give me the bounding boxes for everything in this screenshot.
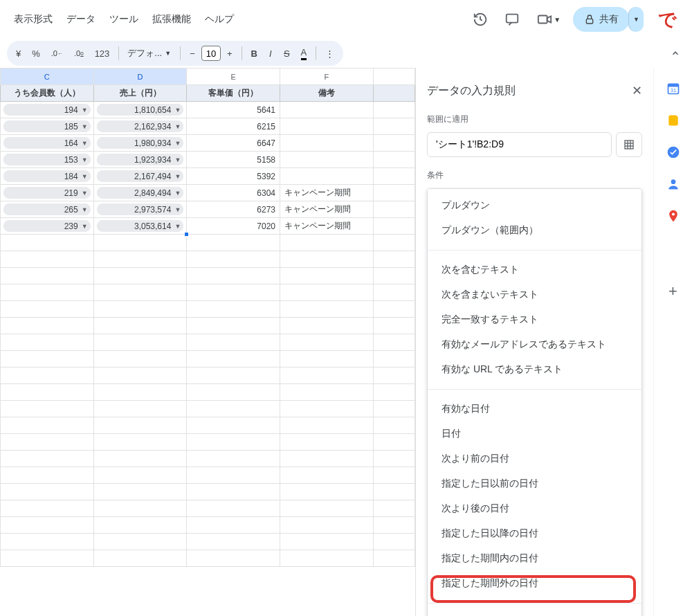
empty-row[interactable] xyxy=(1,251,415,268)
empty-row[interactable] xyxy=(1,417,415,434)
sales-cell[interactable]: 1,923,934▼ xyxy=(93,152,187,168)
data-row[interactable]: 164▼ 1,980,934▼ 6647 xyxy=(1,135,415,152)
number-format[interactable]: 123 xyxy=(90,46,115,62)
empty-row[interactable] xyxy=(1,550,415,567)
data-row[interactable]: 219▼ 2,849,494▼ 6304 キャンペーン期間 xyxy=(1,185,415,201)
note-cell[interactable]: キャンペーン期間 xyxy=(280,201,374,218)
unit-cell[interactable]: 6304 xyxy=(187,185,280,201)
note-cell[interactable] xyxy=(280,102,374,118)
empty-row[interactable] xyxy=(1,517,415,534)
unit-cell[interactable]: 5641 xyxy=(187,102,280,118)
empty-row[interactable] xyxy=(1,467,415,484)
criteria-option[interactable]: 完全一致するテキスト xyxy=(428,307,641,332)
menu-data[interactable]: データ xyxy=(61,9,101,30)
data-row[interactable]: 265▼ 2,973,574▼ 6273 キャンペーン期間 xyxy=(1,201,415,218)
data-row[interactable]: 185▼ 2,162,934▼ 6215 xyxy=(1,118,415,135)
unit-cell[interactable]: 6647 xyxy=(187,135,280,152)
sales-cell[interactable]: 2,973,574▼ xyxy=(93,201,187,218)
criteria-option[interactable]: 次より前の日付 xyxy=(428,446,641,471)
note-cell[interactable] xyxy=(280,168,374,185)
maps-addon-icon[interactable] xyxy=(666,209,680,223)
sales-cell[interactable]: 1,980,934▼ xyxy=(93,135,187,152)
empty-row[interactable] xyxy=(1,451,415,467)
empty-row[interactable] xyxy=(1,434,415,451)
share-caret[interactable]: ▼ xyxy=(628,7,644,32)
sales-cell[interactable]: 2,167,494▼ xyxy=(93,168,187,185)
criteria-option[interactable]: 有効な日付 xyxy=(428,397,641,422)
strike-button[interactable]: S xyxy=(279,46,295,62)
criteria-option[interactable]: プルダウン xyxy=(428,193,641,218)
increase-decimal[interactable]: .00 xyxy=(69,46,89,60)
percent-format[interactable]: % xyxy=(27,46,45,62)
history-icon[interactable] xyxy=(468,7,493,32)
empty-row[interactable] xyxy=(1,318,415,334)
empty-row[interactable] xyxy=(1,301,415,318)
col-d[interactable]: D xyxy=(93,69,187,85)
share-button[interactable]: 共有 xyxy=(573,7,630,32)
empty-row[interactable] xyxy=(1,401,415,417)
criteria-option[interactable]: 次を含まないテキスト xyxy=(428,282,641,307)
criteria-option[interactable]: プルダウン（範囲内） xyxy=(428,218,641,243)
col-f[interactable]: F xyxy=(280,69,374,85)
close-panel-button[interactable]: ✕ xyxy=(632,83,642,98)
select-range-button[interactable] xyxy=(616,132,642,157)
meet-button[interactable]: ▼ xyxy=(531,8,566,31)
italic-button[interactable]: I xyxy=(264,46,277,62)
criteria-option[interactable]: 指定した期間外の日付 xyxy=(428,571,641,596)
criteria-option[interactable]: 有効な URL であるテキスト xyxy=(428,357,641,382)
criteria-option[interactable]: 次より大きい xyxy=(428,610,641,616)
empty-row[interactable] xyxy=(1,368,415,384)
criteria-dropdown[interactable]: プルダウンプルダウン（範囲内） 次を含むテキスト次を含まないテキスト完全一致する… xyxy=(427,188,642,616)
contacts-addon-icon[interactable] xyxy=(666,177,680,191)
decrease-decimal[interactable]: .0← xyxy=(46,46,68,60)
data-row[interactable]: 194▼ 1,810,654▼ 5641 xyxy=(1,102,415,118)
sales-cell[interactable]: 3,053,614▼ xyxy=(93,218,187,235)
members-cell[interactable]: 153▼ xyxy=(1,152,94,168)
empty-row[interactable] xyxy=(1,284,415,301)
criteria-option[interactable]: 次より後の日付 xyxy=(428,496,641,521)
calendar-addon-icon[interactable]: 31 xyxy=(666,82,680,96)
criteria-option[interactable]: 指定した日以前の日付 xyxy=(428,471,641,496)
criteria-option[interactable]: 日付 xyxy=(428,422,641,446)
col-c[interactable]: C xyxy=(1,69,94,85)
note-cell[interactable] xyxy=(280,152,374,168)
empty-row[interactable] xyxy=(1,351,415,368)
bold-button[interactable]: B xyxy=(246,46,262,62)
data-row[interactable]: 153▼ 1,923,934▼ 5158 xyxy=(1,152,415,168)
criteria-option[interactable]: 有効なメールアドレスであるテキスト xyxy=(428,332,641,357)
sales-cell[interactable]: 2,849,494▼ xyxy=(93,185,187,201)
font-select[interactable]: デフォ... ▼ xyxy=(123,44,176,62)
keep-addon-icon[interactable] xyxy=(666,114,680,127)
note-cell[interactable]: キャンペーン期間 xyxy=(280,185,374,201)
unit-cell[interactable]: 5392 xyxy=(187,168,280,185)
criteria-option[interactable]: 次を含むテキスト xyxy=(428,257,641,282)
spreadsheet-grid[interactable]: C D E F うち会員数（人） 売上（円） 客単価（円） 備考 194▼ 1,… xyxy=(0,68,415,567)
unit-cell[interactable]: 7020 xyxy=(187,218,280,235)
empty-row[interactable] xyxy=(1,484,415,500)
text-color-button[interactable]: A xyxy=(296,44,312,63)
criteria-option[interactable]: 指定した期間内の日付 xyxy=(428,546,641,571)
sales-cell[interactable]: 2,162,934▼ xyxy=(93,118,187,135)
unit-cell[interactable]: 5158 xyxy=(187,152,280,168)
empty-row[interactable] xyxy=(1,384,415,401)
members-cell[interactable]: 185▼ xyxy=(1,118,94,135)
members-cell[interactable]: 164▼ xyxy=(1,135,94,152)
get-addons-button[interactable]: + xyxy=(668,282,677,300)
tasks-addon-icon[interactable] xyxy=(666,145,680,159)
menu-help[interactable]: ヘルプ xyxy=(199,9,239,30)
menu-tools[interactable]: ツール xyxy=(104,9,144,30)
header-row[interactable]: うち会員数（人） 売上（円） 客単価（円） 備考 xyxy=(1,85,415,102)
col-g[interactable] xyxy=(373,69,415,85)
note-cell[interactable] xyxy=(280,118,374,135)
menu-extensions[interactable]: 拡張機能 xyxy=(147,9,197,30)
note-cell[interactable]: キャンペーン期間 xyxy=(280,218,374,235)
font-size-input[interactable] xyxy=(201,46,221,61)
empty-row[interactable] xyxy=(1,235,415,251)
members-cell[interactable]: 219▼ xyxy=(1,185,94,201)
data-row[interactable]: 239▼ 3,053,614▼ 7020 キャンペーン期間 xyxy=(1,218,415,235)
menu-format[interactable]: 表示形式 xyxy=(8,9,58,30)
data-row[interactable]: 184▼ 2,167,494▼ 5392 xyxy=(1,168,415,185)
unit-cell[interactable]: 6273 xyxy=(187,201,280,218)
unit-cell[interactable]: 6215 xyxy=(187,118,280,135)
currency-format[interactable]: ¥ xyxy=(11,46,26,62)
